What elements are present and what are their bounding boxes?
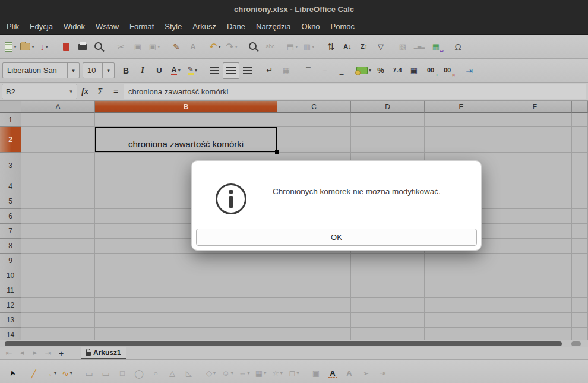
row-header-4[interactable]: 4 [0, 179, 21, 194]
cell-D11[interactable] [351, 283, 425, 298]
cell-F5[interactable] [498, 194, 572, 209]
print[interactable] [74, 39, 91, 55]
menu-style[interactable]: Style [159, 18, 187, 34]
row-header-11[interactable]: 11 [0, 283, 21, 298]
format-currency-dropdown-icon[interactable]: ▾ [369, 68, 371, 73]
menu-narze-dzia[interactable]: Narzędzia [251, 18, 296, 34]
cell-x65[interactable] [572, 194, 588, 209]
menu-edycja[interactable]: Edycja [24, 18, 58, 34]
col-header-D[interactable]: D [351, 101, 425, 113]
row-header-3[interactable]: 3 [0, 153, 21, 179]
cell-C10[interactable] [277, 268, 351, 283]
align-center[interactable] [223, 62, 239, 79]
sum-icon[interactable]: Σ [93, 84, 108, 99]
cell-F2[interactable] [498, 127, 572, 153]
font-size-select[interactable]: 10 ▾ [83, 62, 115, 78]
menu-okno[interactable]: Okno [296, 18, 325, 34]
cell-E11[interactable] [425, 283, 498, 298]
underline[interactable]: U [151, 62, 167, 79]
format-date[interactable]: ▦ [406, 62, 422, 79]
cell-F1[interactable] [498, 113, 572, 127]
undo[interactable]: ↶▾ [207, 39, 223, 55]
cell-A5[interactable] [21, 194, 95, 209]
cell-B13[interactable] [95, 313, 277, 328]
menu-format[interactable]: Format [124, 18, 159, 34]
open[interactable]: ▾ [19, 39, 36, 55]
cell-E13[interactable] [425, 313, 498, 328]
cell-E1[interactable] [425, 113, 498, 127]
cell-E12[interactable] [425, 298, 498, 313]
cell-x614[interactable] [572, 328, 588, 340]
cell-x613[interactable] [572, 313, 588, 328]
equals-icon[interactable]: = [108, 84, 124, 99]
selected-cell-B2[interactable]: chroniona zawartość komórki [95, 127, 277, 153]
cell-x69[interactable] [572, 254, 588, 268]
sort-descending[interactable]: Z↑ [356, 39, 372, 55]
horizontal-scrollbar[interactable] [0, 340, 588, 347]
cell-E10[interactable] [425, 268, 498, 283]
cell-C2[interactable] [277, 127, 351, 153]
cell-D14[interactable] [351, 328, 425, 340]
cell-x68[interactable] [572, 239, 588, 254]
bold[interactable]: B [118, 62, 134, 79]
cell-F10[interactable] [498, 268, 572, 283]
special-character[interactable]: Ω [450, 39, 466, 55]
horizontal-scrollbar-thumb[interactable] [5, 341, 562, 346]
col-header-C[interactable]: C [277, 101, 351, 113]
cell-F8[interactable] [498, 239, 572, 254]
add-decimal-place[interactable]: 00+ [422, 62, 439, 79]
menu-arkusz[interactable]: Arkusz [187, 18, 222, 34]
font-name-select[interactable]: Liberation San ▾ [2, 62, 80, 78]
cell-A3[interactable] [21, 153, 95, 179]
print-preview[interactable] [91, 39, 108, 55]
cell-B11[interactable] [95, 283, 277, 298]
cell-F14[interactable] [498, 328, 572, 340]
cell-F9[interactable] [498, 254, 572, 268]
align-left[interactable] [206, 62, 223, 79]
cell-F7[interactable] [498, 224, 572, 239]
row-header-14[interactable]: 14 [0, 328, 21, 340]
new-document-dropdown-icon[interactable]: ▾ [14, 44, 16, 49]
save[interactable]: ↓▾ [36, 39, 52, 55]
menu-pomoc[interactable]: Pomoc [325, 18, 360, 34]
sort-ascending[interactable]: A↓ [339, 39, 356, 55]
cell-A4[interactable] [21, 179, 95, 194]
autofilter[interactable]: ▽ [372, 39, 389, 55]
cell-B10[interactable] [95, 268, 277, 283]
align-right[interactable] [239, 62, 256, 79]
row-header-1[interactable]: 1 [0, 113, 21, 127]
ok-button[interactable]: OK [196, 229, 477, 246]
cell-B1[interactable] [95, 113, 277, 127]
cell-B12[interactable] [95, 298, 277, 313]
cell-A8[interactable] [21, 239, 95, 254]
menu-widok[interactable]: Widok [58, 18, 90, 34]
increase-indent[interactable]: ⇥ [461, 62, 478, 79]
insert-text-box[interactable]: A [324, 365, 341, 382]
select-all-corner[interactable] [0, 101, 21, 113]
cell-A12[interactable] [21, 298, 95, 313]
insert-curve[interactable]: ∿▾ [59, 365, 75, 382]
cell-D1[interactable] [351, 113, 425, 127]
insert-arrow[interactable]: →▾ [42, 365, 59, 382]
highlight-color[interactable]: ✎▾ [184, 62, 201, 79]
cell-A6[interactable] [21, 209, 95, 224]
undo-dropdown-icon[interactable]: ▾ [219, 44, 221, 49]
row-header-10[interactable]: 10 [0, 268, 21, 283]
cell-A7[interactable] [21, 224, 95, 239]
insert-curve-dropdown-icon[interactable]: ▾ [70, 371, 72, 376]
cell-C9[interactable] [277, 254, 351, 268]
cell-x612[interactable] [572, 298, 588, 313]
cell-A2[interactable] [21, 127, 95, 153]
cell-x66[interactable] [572, 209, 588, 224]
cell-C11[interactable] [277, 283, 351, 298]
row-header-13[interactable]: 13 [0, 313, 21, 328]
pivot-table[interactable]: ▦↩ [428, 39, 444, 55]
insert-arrow-dropdown-icon[interactable]: ▾ [54, 371, 56, 376]
export-pdf[interactable] [58, 39, 74, 55]
sort[interactable]: ⇅ [323, 39, 339, 55]
delete-decimal-place[interactable]: 00× [439, 62, 456, 79]
cell-A1[interactable] [21, 113, 95, 127]
format-currency[interactable]: ▾ [355, 62, 372, 79]
font-color-dropdown-icon[interactable]: ▾ [178, 68, 181, 73]
insert-line[interactable]: ╱ [26, 365, 42, 382]
